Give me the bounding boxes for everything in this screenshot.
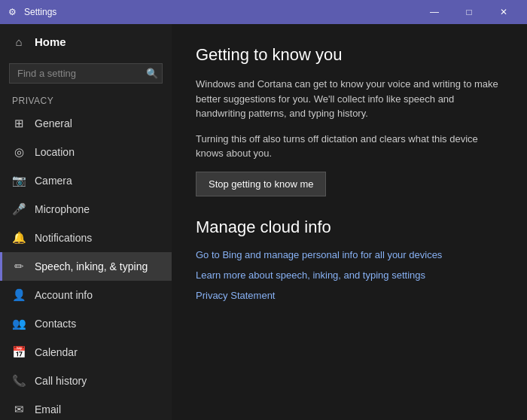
stop-getting-to-know-button[interactable]: Stop getting to know me [196,172,326,196]
home-label: Home [35,35,66,48]
home-icon: ⌂ [12,35,26,48]
contacts-icon: 👥 [12,317,26,330]
sidebar: ⌂ Home 🔍 Privacy ⊞ General ◎ Location 📷 … [0,24,172,420]
camera-label: Camera [35,175,72,187]
notifications-label: Notifications [35,232,92,244]
minimize-button[interactable]: — [417,0,452,24]
call-history-icon: 📞 [12,374,26,388]
location-icon: ◎ [12,145,26,159]
sidebar-item-notifications[interactable]: 🔔 Notifications [0,224,172,252]
sidebar-item-call-history[interactable]: 📞 Call history [0,367,172,395]
app-icon: ⚙ [6,6,18,18]
maximize-button[interactable]: □ [452,0,486,24]
sidebar-item-account-info[interactable]: 👤 Account info [0,281,172,309]
bing-manage-link[interactable]: Go to Bing and manage personal info for … [196,249,503,260]
title-bar: ⚙ Settings — □ ✕ [0,0,527,24]
account-icon: 👤 [12,288,26,302]
sidebar-item-speech-inking-typing[interactable]: ✏ Speech, inking, & typing [0,252,172,281]
app-container: ⌂ Home 🔍 Privacy ⊞ General ◎ Location 📷 … [0,24,527,420]
camera-icon: 📷 [12,174,26,187]
sidebar-item-calendar[interactable]: 📅 Calendar [0,338,172,367]
microphone-icon: 🎤 [12,202,26,216]
sidebar-home[interactable]: ⌂ Home [0,24,172,59]
contacts-label: Contacts [35,318,76,330]
call-history-label: Call history [35,375,87,387]
app-title: Settings [24,7,56,17]
close-button[interactable]: ✕ [486,0,521,24]
sidebar-item-camera[interactable]: 📷 Camera [0,166,172,195]
account-label: Account info [35,289,93,301]
sidebar-item-microphone[interactable]: 🎤 Microphone [0,195,172,224]
location-label: Location [35,146,75,158]
speech-label: Speech, inking, & typing [35,260,148,272]
getting-to-know-title: Getting to know you [196,45,503,65]
privacy-statement-link[interactable]: Privacy Statement [196,290,503,301]
speech-icon: ✏ [12,260,26,273]
title-bar-controls: — □ ✕ [417,0,521,24]
sidebar-item-location[interactable]: ◎ Location [0,138,172,166]
getting-to-know-desc2: Turning this off also turns off dictatio… [196,132,503,161]
email-icon: ✉ [12,403,26,416]
microphone-label: Microphone [35,203,90,215]
sidebar-item-general[interactable]: ⊞ General [0,109,172,138]
privacy-section-label: Privacy [0,91,172,109]
search-box: 🔍 [9,63,163,84]
notifications-icon: 🔔 [12,231,26,245]
general-icon: ⊞ [12,117,26,130]
email-label: Email [35,403,61,415]
speech-inking-settings-link[interactable]: Learn more about speech, inking, and typ… [196,269,503,281]
sidebar-item-email[interactable]: ✉ Email [0,395,172,420]
calendar-icon: 📅 [12,345,26,359]
general-label: General [35,117,72,129]
title-bar-left: ⚙ Settings [6,6,56,18]
sidebar-item-contacts[interactable]: 👥 Contacts [0,309,172,338]
calendar-label: Calendar [35,346,78,358]
manage-cloud-title: Manage cloud info [196,218,503,237]
search-input[interactable] [9,63,163,84]
search-icon-btn[interactable]: 🔍 [146,68,158,79]
main-content: Getting to know you Windows and Cortana … [172,24,527,420]
getting-to-know-desc1: Windows and Cortana can get to know your… [196,77,503,121]
